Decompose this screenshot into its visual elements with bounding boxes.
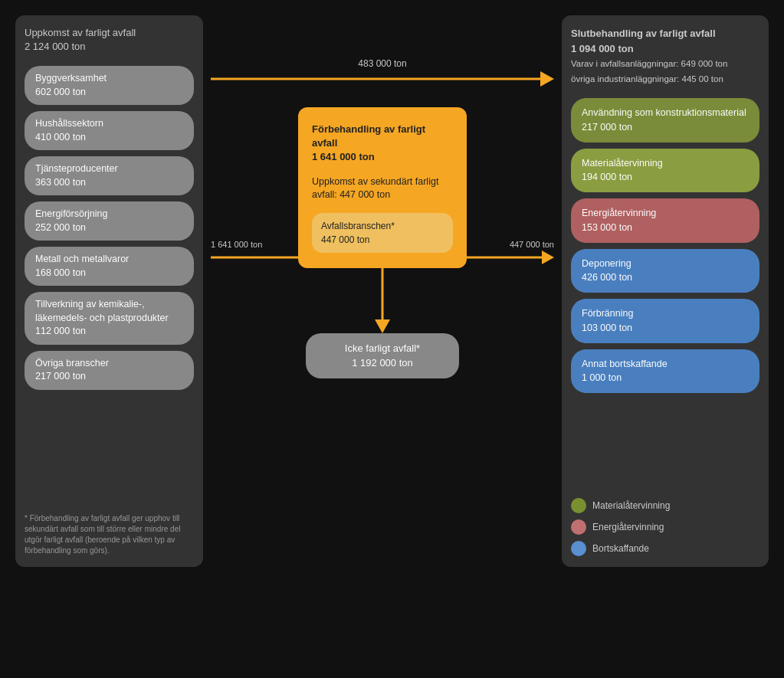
legend-item-1: Energiåtervinning [571, 519, 759, 535]
treatment-box-1: Materialåtervinning 194 000 ton [571, 149, 759, 193]
flow-483-container: 483 000 ton [211, 58, 554, 87]
source-name-2: Tjänsteproducenter [35, 163, 118, 174]
waste-branch-amount: 447 000 ton [321, 234, 369, 245]
treatment-name-4: Förbränning [582, 308, 633, 319]
left-panel-title-text: Uppkomst av farligt avfall 2 124 000 ton [25, 27, 136, 52]
source-box-6: Övriga branscher 217 000 ton [25, 351, 194, 390]
treatment-amount-1: 194 000 ton [582, 172, 632, 182]
treatment-amount-5: 1 000 ton [582, 372, 622, 383]
flow-1641-label: 1 641 000 ton [211, 240, 318, 249]
treatment-box-3: Deponering 426 000 ton [571, 249, 759, 293]
flow-1641-container: 1 641 000 ton [211, 240, 318, 264]
treatment-amount-0: 217 000 ton [582, 122, 632, 133]
flow-447-arrowhead [542, 251, 554, 264]
center-col: 483 000 ton 1 641 000 ton 447 000 ton [211, 15, 554, 567]
flow-447-arrow [462, 251, 554, 264]
non-hazardous-amount: 1 192 000 ton [352, 357, 413, 368]
pretreatment-secondary: Uppkomst av sekundärt farligt avfall: 44… [312, 175, 453, 202]
pretreatment-amount: 1 641 000 ton [312, 151, 375, 162]
flow-1641-arrow [211, 251, 318, 264]
treatment-box-0: Användning som konstruktionsmaterial 217… [571, 98, 759, 142]
treatment-box-5: Annat bortskaffande 1 000 ton [571, 349, 759, 394]
waste-branch-box: Avfallsbranschen* 447 000 ton [312, 213, 453, 253]
right-panel-subtitle: Varav i avfallsanläggningar: 649 000 ton… [571, 59, 727, 84]
source-amount-3: 252 000 ton [35, 222, 86, 233]
treatment-name-1: Materialåtervinning [582, 158, 663, 169]
main-container: Uppkomst av farligt avfall 2 124 000 ton… [0, 0, 784, 678]
flow-1641-arrowhead [306, 251, 318, 264]
source-name-4: Metall och metallvaror [35, 254, 129, 264]
pretreatment-box: Förbehandling av farligt avfall 1 641 00… [298, 107, 467, 268]
treatment-box-2: Energiåtervinning 153 000 ton [571, 198, 759, 243]
source-box-5: Tillverkning av kemikalie-, läkemedels- … [25, 292, 194, 345]
treatment-amount-4: 103 000 ton [582, 323, 632, 333]
treatment-name-3: Deponering [582, 258, 631, 269]
left-panel-title: Uppkomst av farligt avfall 2 124 000 ton [25, 26, 194, 54]
flow-1641-line [211, 257, 306, 259]
down-arrow-head [375, 319, 390, 333]
pretreatment-title-text: Förbehandling av farligt avfall [312, 123, 425, 149]
treatment-name-0: Användning som konstruktionsmaterial [582, 107, 746, 118]
right-panel-title: Slutbehandling av farligt avfall 1 094 0… [571, 26, 759, 86]
legend-label-1: Energiåtervinning [592, 522, 664, 532]
source-box-2: Tjänsteproducenter 363 000 ton [25, 156, 194, 195]
source-amount-2: 363 000 ton [35, 177, 86, 188]
right-panel-title-text: Slutbehandling av farligt avfall 1 094 0… [571, 28, 716, 54]
left-panel: Uppkomst av farligt avfall 2 124 000 ton… [15, 15, 203, 567]
non-hazardous-label: Icke farligt avfall* [345, 342, 420, 354]
legend-label-2: Bortskaffande [592, 543, 649, 554]
non-hazardous-box: Icke farligt avfall* 1 192 000 ton [306, 333, 459, 378]
source-box-3: Energiförsörjning 252 000 ton [25, 201, 194, 241]
legend-item-2: Bortskaffande [571, 541, 759, 556]
treatment-amount-2: 153 000 ton [582, 222, 632, 233]
source-amount-5: 112 000 ton [35, 326, 86, 336]
source-name-6: Övriga branscher [35, 358, 109, 368]
treatment-name-2: Energiåtervinning [582, 208, 656, 218]
down-arrow [373, 268, 392, 333]
source-name-5: Tillverkning av kemikalie-, läkemedels- … [35, 299, 169, 323]
source-amount-0: 602 000 ton [35, 87, 86, 97]
flow-483-arrowhead [540, 71, 554, 87]
source-name-1: Hushållssektorn [35, 118, 103, 129]
treatment-amount-3: 426 000 ton [582, 272, 632, 283]
down-arrow-line [382, 268, 384, 319]
legend-section: Materialåtervinning Energiåtervinning Bo… [571, 490, 759, 556]
flow-483-arrow [211, 71, 554, 87]
legend-label-0: Materialåtervinning [592, 500, 670, 511]
legend-circle-1 [571, 519, 586, 535]
flow-447-container: 447 000 ton [462, 240, 554, 264]
left-panel-footnote: * Förbehandling av farligt avfall ger up… [25, 506, 194, 556]
legend-circle-0 [571, 498, 586, 513]
legend-circle-2 [571, 541, 586, 556]
source-name-0: Byggverksamhet [35, 73, 107, 84]
source-box-0: Byggverksamhet 602 000 ton [25, 66, 194, 105]
flow-447-line [462, 257, 542, 259]
source-name-3: Energiförsörjning [35, 208, 108, 219]
right-panel: Slutbehandling av farligt avfall 1 094 0… [562, 15, 769, 567]
source-box-1: Hushållssektorn 410 000 ton [25, 111, 194, 150]
treatment-name-5: Annat bortskaffande [582, 359, 668, 369]
source-amount-1: 410 000 ton [35, 132, 86, 142]
source-amount-6: 217 000 ton [35, 371, 86, 382]
legend-item-0: Materialåtervinning [571, 498, 759, 513]
flow-483-line [211, 78, 540, 80]
flow-483-label: 483 000 ton [211, 58, 554, 69]
treatment-box-4: Förbränning 103 000 ton [571, 299, 759, 343]
source-box-4: Metall och metallvaror 168 000 ton [25, 247, 194, 286]
flow-447-label: 447 000 ton [462, 240, 554, 249]
source-amount-4: 168 000 ton [35, 267, 86, 278]
pretreatment-title: Förbehandling av farligt avfall 1 641 00… [312, 123, 453, 165]
waste-branch-name: Avfallsbranschen* [321, 221, 395, 231]
